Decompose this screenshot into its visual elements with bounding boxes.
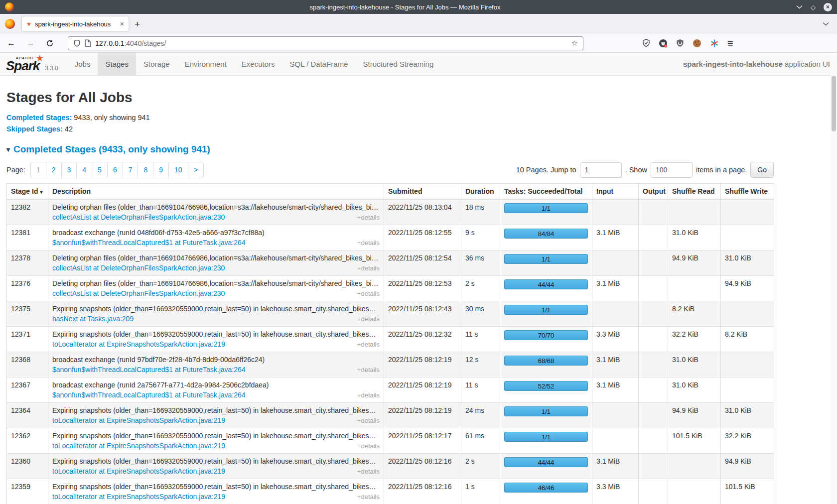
details-toggle[interactable]: +details (353, 391, 380, 399)
details-toggle[interactable]: +details (353, 239, 380, 247)
column-header-duration[interactable]: Duration (461, 183, 500, 199)
details-toggle[interactable]: +details (353, 417, 380, 424)
stage-callsite-link[interactable]: toLocalIterator at ExpireSnapshotsSparkA… (52, 493, 225, 501)
go-button[interactable]: Go (750, 162, 774, 178)
input-cell: 3.1 MiB (592, 453, 639, 479)
details-toggle[interactable]: +details (353, 264, 380, 272)
nav-tab-stages[interactable]: Stages (98, 53, 136, 75)
details-toggle[interactable]: +details (353, 214, 380, 221)
completed-stages-section-toggle[interactable]: ▾ Completed Stages (9433, only showing 9… (6, 144, 774, 155)
shuffle-read-cell: 31.0 KiB (668, 352, 721, 377)
window-minimize-button[interactable] (796, 5, 803, 9)
window-maximize-button[interactable]: ◇ (811, 4, 816, 10)
stage-callsite-link[interactable]: $anonfun$withThreadLocalCaptured$1 at Fu… (52, 239, 246, 247)
list-tabs-chevron-icon[interactable] (823, 22, 829, 26)
completed-stages-link[interactable]: Completed Stages: (6, 114, 72, 122)
input-cell: 3.1 MiB (592, 352, 639, 377)
extension-asterisk-icon[interactable] (710, 39, 719, 48)
window-close-button[interactable]: × (824, 3, 832, 11)
details-toggle[interactable]: +details (353, 290, 380, 297)
spark-logo[interactable]: APACHE Spark ★ 3.3.0 (0, 53, 67, 75)
details-toggle[interactable]: +details (353, 493, 380, 501)
stage-callsite-link[interactable]: toLocalIterator at ExpireSnapshotsSparkA… (52, 416, 225, 424)
nav-tab-storage[interactable]: Storage (136, 53, 177, 75)
stage-description: Expiring snapshots (older_than=166932055… (52, 406, 380, 414)
page-button-2[interactable]: 2 (46, 162, 62, 178)
stage-callsite-link[interactable]: collectAsList at DeleteOrphanFilesSparkA… (52, 213, 225, 221)
new-tab-button[interactable]: + (135, 19, 140, 29)
page-label: Page: (6, 166, 25, 174)
firefox-icon (5, 19, 15, 29)
description-cell: Expiring snapshots (older_than=166932055… (48, 301, 384, 326)
page-info-icon[interactable] (85, 39, 91, 47)
pages-summary: 10 Pages. Jump to (516, 166, 576, 174)
stage-callsite-link[interactable]: toLocalIterator at ExpireSnapshotsSparkA… (52, 340, 225, 348)
tasks-cell: 1/1 (500, 250, 592, 275)
column-header-description[interactable]: Description (48, 183, 384, 199)
items-per-page-input[interactable] (651, 162, 693, 178)
nav-tab-environment[interactable]: Environment (177, 53, 234, 75)
page-scrollbar[interactable] (831, 53, 837, 504)
tasks-progress-bar: 68/68 (504, 356, 588, 366)
stage-callsite-link[interactable]: $anonfun$withThreadLocalCaptured$1 at Fu… (52, 366, 246, 374)
scrollbar-thumb[interactable] (832, 76, 836, 131)
page-button-3[interactable]: 3 (61, 162, 77, 178)
nav-tab-structured-streaming[interactable]: Structured Streaming (356, 53, 441, 75)
page-button-9[interactable]: 9 (153, 162, 169, 178)
page-button-6[interactable]: 6 (107, 162, 123, 178)
bookmark-star-icon[interactable]: ☆ (571, 39, 578, 48)
extension-ublock-icon[interactable] (676, 39, 684, 47)
input-cell: 3.1 MiB (592, 377, 639, 402)
details-toggle[interactable]: +details (353, 468, 380, 475)
page-button-4[interactable]: 4 (76, 162, 92, 178)
nav-tab-jobs[interactable]: Jobs (67, 53, 98, 75)
details-toggle[interactable]: +details (353, 315, 380, 323)
forward-button[interactable]: → (26, 39, 35, 47)
tab-close-icon[interactable]: × (120, 20, 124, 28)
tracking-shield-icon[interactable] (73, 39, 81, 47)
output-cell (639, 199, 668, 225)
input-cell (592, 301, 639, 326)
column-header-input[interactable]: Input (592, 183, 639, 199)
skipped-stages-link[interactable]: Skipped Stages: (6, 125, 63, 133)
extension-mask-icon[interactable] (659, 39, 668, 48)
menu-icon[interactable]: ≡ (727, 38, 733, 48)
url-bar[interactable]: 127.0.0.1:4040/stages/ ☆ (68, 36, 583, 50)
duration-cell: 18 ms (461, 199, 500, 225)
page-button-10[interactable]: 10 (168, 162, 188, 178)
details-toggle[interactable]: +details (353, 341, 380, 348)
extension-cookie-icon[interactable] (693, 39, 701, 48)
details-toggle[interactable]: +details (353, 442, 380, 450)
column-header-output[interactable]: Output (639, 183, 668, 199)
column-header-shuffle-write[interactable]: Shuffle Write (721, 183, 774, 199)
page-button-next[interactable]: > (188, 162, 204, 178)
column-header-stage-id[interactable]: Stage Id ▾ (7, 183, 48, 199)
column-header-submitted[interactable]: Submitted (384, 183, 461, 199)
page-button-7[interactable]: 7 (123, 162, 139, 178)
output-cell (639, 301, 668, 326)
page-button-1[interactable]: 1 (30, 162, 46, 178)
extension-shield-check-icon[interactable] (642, 39, 650, 47)
browser-tab[interactable]: ★ spark-ingest-into-lakehous × (22, 16, 129, 31)
stage-callsite-link[interactable]: toLocalIterator at ExpireSnapshotsSparkA… (52, 467, 225, 475)
tasks-progress-bar: 1/1 (504, 254, 588, 264)
tasks-cell: 70/70 (500, 326, 592, 352)
column-header-shuffle-read[interactable]: Shuffle Read (668, 183, 721, 199)
column-header-tasks[interactable]: Tasks: Succeeded/Total (500, 183, 592, 199)
stage-description: broadcast exchange (runId 97bdf70e-2f28-… (52, 356, 380, 364)
nav-tab-executors[interactable]: Executors (234, 53, 282, 75)
stage-callsite-link[interactable]: $anonfun$withThreadLocalCaptured$1 at Fu… (52, 391, 246, 399)
stage-callsite-link[interactable]: toLocalIterator at ExpireSnapshotsSparkA… (52, 442, 225, 450)
back-button[interactable]: ← (7, 39, 15, 47)
page-button-8[interactable]: 8 (138, 162, 153, 178)
shuffle-write-cell: 94.9 KiB (721, 275, 774, 301)
stage-callsite-link[interactable]: collectAsList at DeleteOrphanFilesSparkA… (52, 264, 225, 272)
shuffle-write-cell: 101.5 KiB (721, 479, 774, 504)
reload-icon[interactable] (46, 39, 54, 47)
page-button-5[interactable]: 5 (92, 162, 108, 178)
stage-callsite-link[interactable]: collectAsList at DeleteOrphanFilesSparkA… (52, 289, 225, 297)
stage-callsite-link[interactable]: hasNext at Tasks.java:209 (52, 315, 134, 323)
nav-tab-sql-dataframe[interactable]: SQL / DataFrame (282, 53, 356, 75)
jump-to-page-input[interactable] (580, 162, 622, 178)
details-toggle[interactable]: +details (353, 366, 380, 374)
